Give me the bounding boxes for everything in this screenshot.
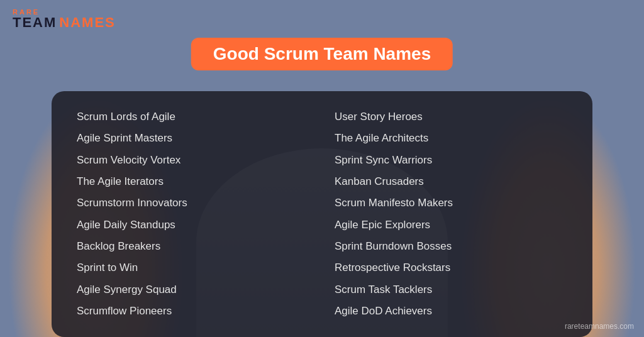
logo-team: TEAM: [13, 16, 57, 30]
list-item: Kanban Crusaders: [335, 174, 567, 190]
list-item: Scrumflow Pioneers: [77, 303, 309, 319]
list-item: Scrum Manifesto Makers: [335, 195, 567, 211]
list-item: Agile DoD Achievers: [335, 303, 567, 319]
right-column: User Story HeroesThe Agile ArchitectsSpr…: [335, 109, 567, 319]
page-title: Good Scrum Team Names: [213, 44, 431, 64]
list-item: The Agile Architects: [335, 130, 567, 146]
list-item: Agile Sprint Masters: [77, 130, 309, 146]
main-panel: Scrum Lords of AgileAgile Sprint Masters…: [52, 91, 592, 337]
list-item: Agile Synergy Squad: [77, 282, 309, 298]
list-item: Sprint to Win: [77, 260, 309, 276]
list-item: Retrospective Rockstars: [335, 260, 567, 276]
logo: RARE TEAM NAMES: [13, 9, 116, 30]
list-item: Sprint Burndown Bosses: [335, 238, 567, 255]
watermark: rareteamnames.com: [565, 322, 634, 331]
list-item: Sprint Sync Warriors: [335, 152, 567, 168]
list-item: The Agile Iterators: [77, 174, 309, 190]
left-column: Scrum Lords of AgileAgile Sprint Masters…: [77, 109, 309, 319]
list-item: User Story Heroes: [335, 109, 567, 125]
list-item: Agile Daily Standups: [77, 217, 309, 233]
list-item: Scrumstorm Innovators: [77, 195, 309, 211]
title-badge: Good Scrum Team Names: [191, 38, 453, 70]
list-item: Backlog Breakers: [77, 238, 309, 255]
list-item: Scrum Velocity Vortex: [77, 152, 309, 168]
list-item: Scrum Task Tacklers: [335, 282, 567, 298]
logo-names: NAMES: [59, 16, 115, 30]
list-item: Agile Epic Explorers: [335, 217, 567, 233]
list-item: Scrum Lords of Agile: [77, 109, 309, 125]
